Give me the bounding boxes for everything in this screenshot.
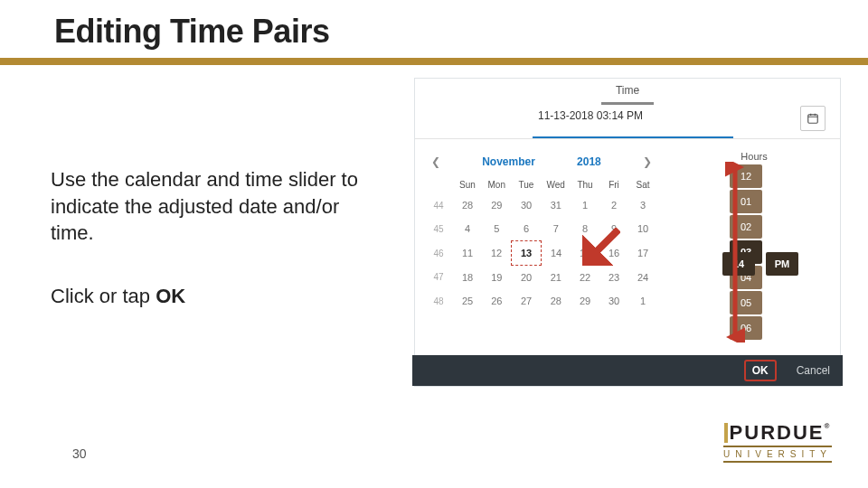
calendar-day[interactable]: 1 <box>571 193 599 217</box>
calendar-day[interactable]: 19 <box>482 266 512 290</box>
body-paragraph: Use the calendar and time slider to indi… <box>51 166 385 247</box>
calendar-day[interactable]: 28 <box>453 193 482 217</box>
calendar: ❮ November 2018 ❯ Sun Mon Tue Wed Thu Fr… <box>424 151 659 313</box>
logo-university: UNIVERSITY <box>723 446 832 463</box>
calendar-day[interactable]: 3 <box>628 193 657 217</box>
week-number: 48 <box>424 289 453 313</box>
calendar-day[interactable]: 12 <box>482 241 512 266</box>
calendar-day[interactable]: 25 <box>453 289 482 313</box>
calendar-day[interactable]: 28 <box>542 289 571 313</box>
calendar-year[interactable]: 2018 <box>577 155 601 168</box>
calendar-day[interactable]: 6 <box>512 217 542 241</box>
body-cta: Click or tap OK <box>51 283 385 310</box>
hours-column: Hours 12010203040506 14 PM <box>683 151 809 342</box>
picker-footer: OK Cancel <box>412 355 843 386</box>
calendar-day[interactable]: 26 <box>482 289 512 313</box>
hours-label: Hours <box>699 151 809 162</box>
purdue-logo: PURDUE® UNIVERSITY <box>723 423 832 463</box>
dow: Wed <box>542 176 571 193</box>
calendar-day[interactable]: 18 <box>453 266 482 290</box>
calendar-day[interactable]: 29 <box>482 193 512 217</box>
ampm-value[interactable]: PM <box>766 252 798 276</box>
logo-word: PURDUE <box>730 421 825 444</box>
annotation-arrow-hours <box>725 162 745 343</box>
dow: Sun <box>453 176 482 193</box>
week-number: 44 <box>424 193 453 217</box>
calendar-day[interactable]: 30 <box>512 193 542 217</box>
calendar-day[interactable]: 29 <box>571 289 599 313</box>
month-prev[interactable]: ❮ <box>431 155 440 168</box>
svg-line-1 <box>588 230 618 260</box>
calendar-day[interactable]: 14 <box>542 241 571 266</box>
svg-rect-0 <box>808 115 818 123</box>
cancel-button[interactable]: Cancel <box>797 364 830 377</box>
calendar-day[interactable]: 27 <box>512 289 542 313</box>
calendar-month[interactable]: November <box>482 155 535 168</box>
annotation-arrow-to-day <box>582 228 620 266</box>
month-next[interactable]: ❯ <box>643 155 652 168</box>
slide-body: Use the calendar and time slider to indi… <box>51 166 385 346</box>
calendar-day[interactable]: 5 <box>482 217 512 241</box>
clock-button[interactable] <box>800 106 826 131</box>
dow: Tue <box>512 176 542 193</box>
calendar-day[interactable]: 20 <box>512 266 542 290</box>
calendar-day[interactable]: 17 <box>628 241 657 266</box>
calendar-day[interactable]: 24 <box>628 266 657 290</box>
calendar-day[interactable]: 30 <box>599 289 628 313</box>
dow: Mon <box>482 176 512 193</box>
week-number: 45 <box>424 217 453 241</box>
cta-prefix: Click or tap <box>51 285 156 307</box>
calendar-day[interactable]: 4 <box>453 217 482 241</box>
datetime-field[interactable]: 11-13-2018 03:14 PM <box>533 106 733 138</box>
slide-title: Editing Time Pairs <box>54 13 329 51</box>
page-number: 30 <box>72 446 87 461</box>
dow: Sat <box>628 176 657 193</box>
dow: Fri <box>599 176 628 193</box>
calendar-day[interactable]: 11 <box>453 241 482 266</box>
dow: Thu <box>571 176 599 193</box>
calendar-day[interactable]: 22 <box>571 266 599 290</box>
calendar-day[interactable]: 7 <box>542 217 571 241</box>
calendar-day[interactable]: 13 <box>512 241 542 266</box>
calendar-day[interactable]: 10 <box>628 217 657 241</box>
clock-icon <box>807 112 819 125</box>
calendar-day[interactable]: 31 <box>542 193 571 217</box>
ok-button[interactable]: OK <box>744 360 777 381</box>
week-number: 46 <box>424 241 453 266</box>
cta-bold: OK <box>156 285 185 307</box>
datetime-picker: Time 11-13-2018 03:14 PM ❮ November 2018… <box>414 78 841 387</box>
calendar-grid: Sun Mon Tue Wed Thu Fri Sat 442829303112… <box>424 176 658 313</box>
tab-time[interactable]: Time <box>601 79 654 105</box>
week-number: 47 <box>424 266 453 290</box>
calendar-day[interactable]: 21 <box>542 266 571 290</box>
calendar-day[interactable]: 1 <box>628 289 657 313</box>
title-rule <box>0 58 868 65</box>
calendar-day[interactable]: 23 <box>599 266 628 290</box>
calendar-day[interactable]: 2 <box>599 193 628 217</box>
